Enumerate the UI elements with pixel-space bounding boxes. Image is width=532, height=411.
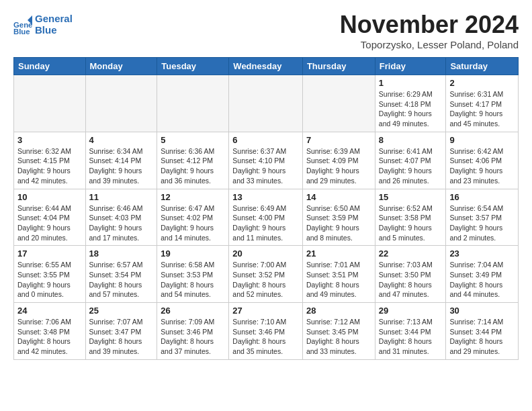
calendar-week-row: 24Sunrise: 7:06 AM Sunset: 3:48 PM Dayli… [14,303,519,360]
day-info: Sunrise: 7:13 AM Sunset: 3:44 PM Dayligh… [379,317,443,357]
day-number: 11 [89,192,154,202]
day-number: 13 [232,192,299,202]
calendar-cell [14,75,86,132]
calendar-cell: 14Sunrise: 6:50 AM Sunset: 3:59 PM Dayli… [302,189,375,246]
calendar-cell: 3Sunrise: 6:32 AM Sunset: 4:15 PM Daylig… [14,132,86,189]
day-number: 28 [306,306,371,316]
day-info: Sunrise: 7:03 AM Sunset: 3:50 PM Dayligh… [379,260,443,300]
day-number: 9 [449,135,515,145]
day-info: Sunrise: 6:55 AM Sunset: 3:55 PM Dayligh… [17,260,82,300]
weekday-header-friday: Friday [375,58,446,75]
day-number: 25 [89,306,154,316]
day-info: Sunrise: 7:07 AM Sunset: 3:47 PM Dayligh… [89,317,154,357]
calendar-week-row: 17Sunrise: 6:55 AM Sunset: 3:55 PM Dayli… [14,246,519,303]
calendar-cell: 11Sunrise: 6:46 AM Sunset: 4:03 PM Dayli… [85,189,157,246]
day-info: Sunrise: 6:58 AM Sunset: 3:53 PM Dayligh… [161,260,225,300]
calendar-cell: 30Sunrise: 7:14 AM Sunset: 3:44 PM Dayli… [446,303,519,360]
day-info: Sunrise: 7:10 AM Sunset: 3:46 PM Dayligh… [232,317,299,357]
day-number: 7 [306,135,371,145]
calendar-cell: 2Sunrise: 6:31 AM Sunset: 4:17 PM Daylig… [446,75,519,132]
day-info: Sunrise: 6:37 AM Sunset: 4:10 PM Dayligh… [232,146,299,186]
day-number: 22 [379,248,443,259]
month-year-title: November 2024 [340,11,519,39]
calendar-cell: 9Sunrise: 6:42 AM Sunset: 4:06 PM Daylig… [446,132,519,189]
day-number: 6 [232,135,299,145]
calendar-table: SundayMondayTuesdayWednesdayThursdayFrid… [13,57,519,360]
day-number: 12 [161,192,225,202]
day-number: 3 [17,135,82,145]
day-number: 19 [161,248,225,259]
calendar-week-row: 10Sunrise: 6:44 AM Sunset: 4:04 PM Dayli… [14,189,519,246]
calendar-cell: 13Sunrise: 6:49 AM Sunset: 4:00 PM Dayli… [229,189,303,246]
day-number: 21 [306,248,371,259]
day-info: Sunrise: 6:47 AM Sunset: 4:02 PM Dayligh… [161,203,225,243]
day-number: 23 [449,248,515,259]
calendar-cell: 12Sunrise: 6:47 AM Sunset: 4:02 PM Dayli… [157,189,229,246]
calendar-cell: 20Sunrise: 7:00 AM Sunset: 3:52 PM Dayli… [229,246,303,303]
day-number: 1 [379,78,443,88]
calendar-cell: 22Sunrise: 7:03 AM Sunset: 3:50 PM Dayli… [375,246,446,303]
logo-blue: Blue [35,25,73,36]
location-subtitle: Toporzysko, Lesser Poland, Poland [340,39,519,50]
logo: General Blue General Blue [13,13,73,36]
calendar-cell: 8Sunrise: 6:41 AM Sunset: 4:07 PM Daylig… [375,132,446,189]
day-number: 5 [161,135,225,145]
day-info: Sunrise: 6:42 AM Sunset: 4:06 PM Dayligh… [449,146,515,186]
day-number: 2 [449,78,515,88]
day-info: Sunrise: 6:50 AM Sunset: 3:59 PM Dayligh… [306,203,371,243]
weekday-header-thursday: Thursday [302,58,375,75]
calendar-cell: 7Sunrise: 6:39 AM Sunset: 4:09 PM Daylig… [302,132,375,189]
day-number: 17 [17,248,82,259]
day-info: Sunrise: 6:39 AM Sunset: 4:09 PM Dayligh… [306,146,371,186]
weekday-header-monday: Monday [85,58,157,75]
logo-general: General [35,13,73,25]
day-number: 18 [89,248,154,259]
calendar-week-row: 1Sunrise: 6:29 AM Sunset: 4:18 PM Daylig… [14,75,519,132]
day-number: 10 [17,192,82,202]
day-info: Sunrise: 6:34 AM Sunset: 4:14 PM Dayligh… [89,146,154,186]
day-info: Sunrise: 7:12 AM Sunset: 3:45 PM Dayligh… [306,317,371,357]
weekday-header-tuesday: Tuesday [157,58,229,75]
day-number: 14 [306,192,371,202]
calendar-cell: 26Sunrise: 7:09 AM Sunset: 3:46 PM Dayli… [157,303,229,360]
page: General Blue General Blue November 2024 … [0,0,532,371]
weekday-header-saturday: Saturday [446,58,519,75]
day-number: 15 [379,192,443,202]
day-info: Sunrise: 6:57 AM Sunset: 3:54 PM Dayligh… [89,260,154,300]
day-number: 24 [17,306,82,316]
calendar-cell: 23Sunrise: 7:04 AM Sunset: 3:49 PM Dayli… [446,246,519,303]
day-info: Sunrise: 6:36 AM Sunset: 4:12 PM Dayligh… [161,146,225,186]
calendar-cell: 27Sunrise: 7:10 AM Sunset: 3:46 PM Dayli… [229,303,303,360]
calendar-cell: 10Sunrise: 6:44 AM Sunset: 4:04 PM Dayli… [14,189,86,246]
calendar-cell: 17Sunrise: 6:55 AM Sunset: 3:55 PM Dayli… [14,246,86,303]
day-info: Sunrise: 6:32 AM Sunset: 4:15 PM Dayligh… [17,146,82,186]
logo-icon: General Blue [13,15,32,34]
day-info: Sunrise: 6:41 AM Sunset: 4:07 PM Dayligh… [379,146,443,186]
calendar-cell: 18Sunrise: 6:57 AM Sunset: 3:54 PM Dayli… [85,246,157,303]
weekday-header-sunday: Sunday [14,58,86,75]
day-info: Sunrise: 7:14 AM Sunset: 3:44 PM Dayligh… [449,317,515,357]
calendar-cell [229,75,303,132]
day-info: Sunrise: 6:46 AM Sunset: 4:03 PM Dayligh… [89,203,154,243]
title-area: November 2024 Toporzysko, Lesser Poland,… [340,11,519,50]
day-info: Sunrise: 6:49 AM Sunset: 4:00 PM Dayligh… [232,203,299,243]
day-number: 20 [232,248,299,259]
calendar-cell [157,75,229,132]
day-info: Sunrise: 6:54 AM Sunset: 3:57 PM Dayligh… [449,203,515,243]
day-number: 26 [161,306,225,316]
day-number: 27 [232,306,299,316]
calendar-cell: 21Sunrise: 7:01 AM Sunset: 3:51 PM Dayli… [302,246,375,303]
calendar-cell: 24Sunrise: 7:06 AM Sunset: 3:48 PM Dayli… [14,303,86,360]
calendar-cell: 5Sunrise: 6:36 AM Sunset: 4:12 PM Daylig… [157,132,229,189]
calendar-cell: 6Sunrise: 6:37 AM Sunset: 4:10 PM Daylig… [229,132,303,189]
svg-text:Blue: Blue [13,28,30,34]
day-info: Sunrise: 6:52 AM Sunset: 3:58 PM Dayligh… [379,203,443,243]
day-number: 8 [379,135,443,145]
day-info: Sunrise: 6:31 AM Sunset: 4:17 PM Dayligh… [449,89,515,129]
day-info: Sunrise: 7:01 AM Sunset: 3:51 PM Dayligh… [306,260,371,300]
header-area: General Blue General Blue November 2024 … [13,11,519,50]
day-number: 16 [449,192,515,202]
calendar-cell: 16Sunrise: 6:54 AM Sunset: 3:57 PM Dayli… [446,189,519,246]
calendar-cell [85,75,157,132]
day-info: Sunrise: 6:29 AM Sunset: 4:18 PM Dayligh… [379,89,443,129]
